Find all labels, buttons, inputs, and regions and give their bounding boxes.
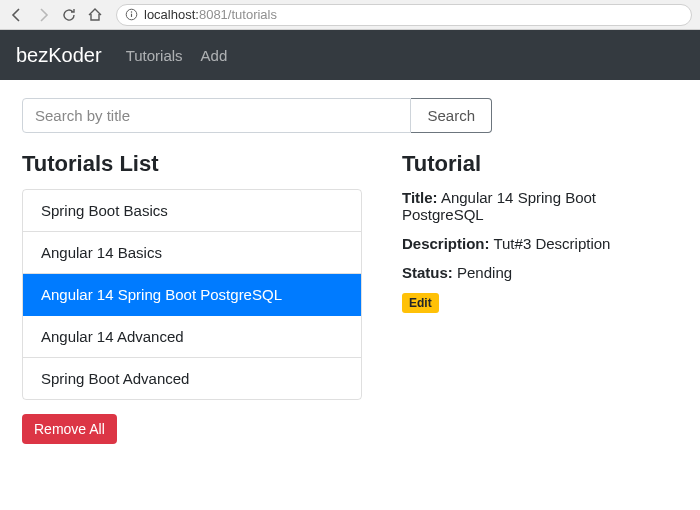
list-item[interactable]: Angular 14 Basics xyxy=(23,232,361,274)
left-column: Tutorials List Spring Boot Basics Angula… xyxy=(22,151,362,444)
browser-toolbar: localhost:8081/tutorials xyxy=(0,0,700,30)
list-heading: Tutorials List xyxy=(22,151,362,177)
detail-status: Status: Pending xyxy=(402,264,678,281)
detail-heading: Tutorial xyxy=(402,151,678,177)
list-item[interactable]: Spring Boot Basics xyxy=(23,190,361,232)
url-text: localhost:8081/tutorials xyxy=(144,7,277,22)
detail-description: Description: Tut#3 Description xyxy=(402,235,678,252)
forward-icon[interactable] xyxy=(34,6,52,24)
search-row: Search xyxy=(22,98,492,133)
detail-title: Title: Angular 14 Spring Boot PostgreSQL xyxy=(402,189,678,223)
tutorials-list: Spring Boot Basics Angular 14 Basics Ang… xyxy=(22,189,362,400)
remove-all-button[interactable]: Remove All xyxy=(22,414,117,444)
reload-icon[interactable] xyxy=(60,6,78,24)
search-button[interactable]: Search xyxy=(411,98,492,133)
right-column: Tutorial Title: Angular 14 Spring Boot P… xyxy=(402,151,678,444)
brand[interactable]: bezKoder xyxy=(16,44,102,67)
edit-button[interactable]: Edit xyxy=(402,293,439,313)
list-item[interactable]: Angular 14 Advanced xyxy=(23,316,361,358)
search-input[interactable] xyxy=(22,98,411,133)
home-icon[interactable] xyxy=(86,6,104,24)
list-item[interactable]: Angular 14 Spring Boot PostgreSQL xyxy=(23,274,361,316)
nav-link-add[interactable]: Add xyxy=(201,47,228,64)
svg-point-1 xyxy=(131,11,132,12)
back-icon[interactable] xyxy=(8,6,26,24)
svg-rect-2 xyxy=(131,14,132,17)
address-bar[interactable]: localhost:8081/tutorials xyxy=(116,4,692,26)
app-navbar: bezKoder Tutorials Add xyxy=(0,30,700,80)
list-item[interactable]: Spring Boot Advanced xyxy=(23,358,361,399)
main-container: Search Tutorials List Spring Boot Basics… xyxy=(0,80,700,462)
nav-link-tutorials[interactable]: Tutorials xyxy=(126,47,183,64)
info-icon xyxy=(125,8,138,21)
